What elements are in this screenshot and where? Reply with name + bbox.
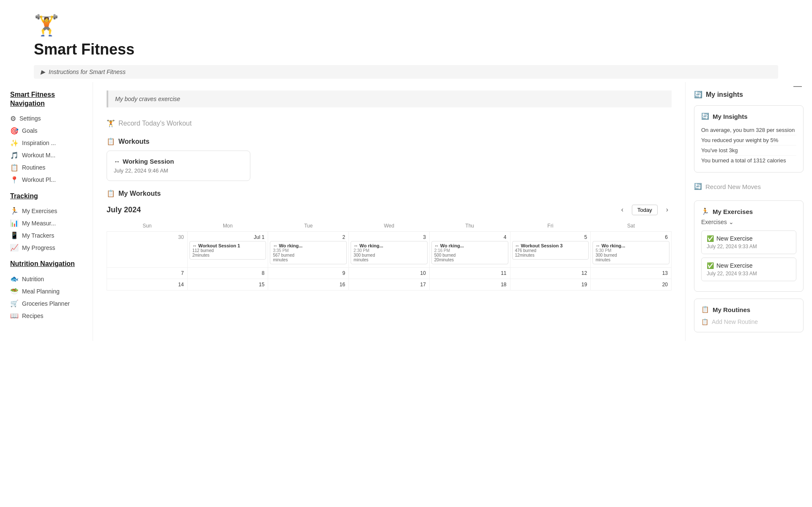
exercise-item-title: ✅New Exercise	[707, 235, 791, 242]
main-content: My body craves exercise 🏋 Record Today's…	[93, 82, 685, 341]
workouts-section-title: 📋 Workouts	[107, 137, 672, 145]
calendar-day-header-fri: Fri	[510, 220, 591, 232]
record-workout-button[interactable]: 🏋 Record Today's Workout	[107, 116, 672, 131]
calendar-cell[interactable]: 17	[349, 279, 430, 290]
instructions-bar[interactable]: ▶ Instructions for Smart Fitness	[34, 65, 778, 79]
sidebar-item-my-trackers[interactable]: 📱My Trackers	[10, 229, 82, 241]
workout-event[interactable]: ↔ Workout Session 1112 burned2minutes	[189, 241, 266, 260]
calendar-header: July 2024 ‹ Today ›	[107, 204, 672, 215]
sidebar-item-groceries-planner[interactable]: 🛒Groceries Planner	[10, 297, 82, 310]
day-number: 9	[270, 269, 347, 277]
exercise-item[interactable]: ✅New ExerciseJuly 22, 2024 9:33 AM	[701, 258, 796, 281]
workout-event[interactable]: ↔ Wo rking...2:30 PM300 burnedminutes	[351, 241, 428, 264]
calendar-cell[interactable]: 20	[591, 279, 672, 290]
sidebar-item-workout-pl...[interactable]: 📍Workout Pl...	[10, 174, 82, 186]
record-moves-button[interactable]: 🔄 Record New Moves	[694, 179, 804, 194]
sidebar-item-label: Meal Planning	[22, 288, 60, 295]
calendar-cell[interactable]: Jul 1↔ Workout Session 1112 burned2minut…	[187, 232, 268, 268]
workout-event[interactable]: ↔ Wo rking...5:30 PM300 burnedminutes	[593, 241, 669, 264]
calendar-cell[interactable]: 16	[268, 279, 349, 290]
calendar-cell[interactable]: 13	[591, 268, 672, 279]
calendar-next-button[interactable]: ›	[663, 204, 672, 215]
workout-event[interactable]: ↔ Wo rking...3:35 PM567 burnedminutes	[270, 241, 347, 264]
insights-header: 🔄 My insights	[694, 90, 804, 99]
workout-event-duration: minutes	[595, 258, 667, 262]
workout-event-duration: 20minutes	[434, 258, 505, 262]
collapse-button[interactable]: —	[793, 81, 802, 91]
workout-event-title: ↔ Wo rking...	[595, 243, 667, 248]
day-number: 3	[351, 233, 428, 241]
calendar-cell[interactable]: 19	[510, 279, 591, 290]
day-number: Jul 1	[189, 233, 266, 241]
sidebar-item-workout-m...[interactable]: 🎵Workout M...	[10, 149, 82, 162]
exercise-item-title: ✅New Exercise	[707, 262, 791, 269]
workout-event[interactable]: ↔ Workout Session 3476 burned12minutes	[512, 241, 589, 260]
calendar-cell[interactable]: 9	[268, 268, 349, 279]
add-routine-button[interactable]: 📋 Add New Routine	[701, 318, 796, 325]
calendar-cell[interactable]: 3↔ Wo rking...2:30 PM300 burnedminutes	[349, 232, 430, 268]
calendar-today-button[interactable]: Today	[632, 205, 658, 215]
sidebar-item-routines[interactable]: 📋Routines	[10, 162, 82, 174]
dumbbell-icon: 🏋	[107, 119, 115, 127]
calendar-cell[interactable]: 6↔ Wo rking...5:30 PM300 burnedminutes	[591, 232, 672, 268]
record-workout-label: Record Today's Workout	[118, 120, 192, 127]
exercise-item[interactable]: ✅New ExerciseJuly 22, 2024 9:33 AM	[701, 230, 796, 254]
calendar-cell[interactable]: 11	[429, 268, 510, 279]
calendar-cell[interactable]: 12	[510, 268, 591, 279]
calendar-prev-button[interactable]: ‹	[618, 204, 627, 215]
sidebar-item-my-progress[interactable]: 📈My Progress	[10, 241, 82, 254]
calendar-cell[interactable]: 7	[107, 268, 188, 279]
calendar-cell[interactable]: 10	[349, 268, 430, 279]
sidebar-item-inspiration-...[interactable]: ✨Inspiration ...	[10, 137, 82, 149]
instructions-label: Instructions for Smart Fitness	[49, 69, 126, 75]
day-number: 20	[593, 281, 669, 288]
calendar-cell[interactable]: 14	[107, 279, 188, 290]
calendar-cell[interactable]: 8	[187, 268, 268, 279]
session-card-date: July 22, 2024 9:46 AM	[114, 167, 243, 174]
calendar-cell[interactable]: 2↔ Wo rking...3:35 PM567 burnedminutes	[268, 232, 349, 268]
day-number: 8	[189, 269, 266, 277]
sidebar-icon: 📍	[10, 176, 19, 184]
sidebar-icon: 📈	[10, 244, 19, 252]
sidebar-item-nutrition[interactable]: 🐟Nutrition	[10, 273, 82, 285]
app-logo: 🏋	[34, 14, 778, 37]
sidebar: Smart Fitness Navigation ⚙Settings🎯Goals…	[0, 82, 93, 341]
sidebar-item-meal-planning[interactable]: 🥗Meal Planning	[10, 285, 82, 297]
workout-event-stats: 300 burned	[354, 253, 425, 258]
motivational-banner: My body craves exercise	[107, 90, 672, 107]
sidebar-item-label: My Trackers	[22, 232, 54, 239]
calendar-day-header-mon: Mon	[187, 220, 268, 232]
sidebar-item-my-exercises[interactable]: 🏃My Exercises	[10, 205, 82, 217]
day-number: 19	[512, 281, 589, 288]
exercises-subtitle[interactable]: Exercises ⌄	[701, 219, 796, 225]
sidebar-item-my-measur...[interactable]: 📊My Measur...	[10, 217, 82, 229]
insights-card: 🔄 My Insights On average, you burn 328 p…	[694, 105, 804, 173]
sidebar-item-recipes[interactable]: 📖Recipes	[10, 310, 82, 322]
calendar-cell[interactable]: 15	[187, 279, 268, 290]
session-card[interactable]: ↔ Working Session July 22, 2024 9:46 AM	[107, 151, 250, 181]
calendar-cell[interactable]: 18	[429, 279, 510, 290]
day-number: 16	[270, 281, 347, 288]
insight-item: You burned a total of 1312 calories	[701, 156, 796, 165]
workout-event-duration: minutes	[354, 258, 425, 262]
calendar-day-header-sat: Sat	[591, 220, 672, 232]
sidebar-item-goals[interactable]: 🎯Goals	[10, 125, 82, 137]
sidebar-icon: 🏃	[10, 207, 19, 215]
sidebar-item-settings[interactable]: ⚙Settings	[10, 112, 82, 125]
day-number: 17	[351, 281, 428, 288]
calendar-cell[interactable]: 5↔ Workout Session 3476 burned12minutes	[510, 232, 591, 268]
tracking-section-title: Tracking	[10, 192, 82, 201]
calendar-cell[interactable]: 30	[107, 232, 188, 268]
sidebar-item-label: My Progress	[22, 244, 55, 251]
workout-event-stats: 476 burned	[515, 248, 586, 253]
calendar-cell[interactable]: 4↔ Wo rking...2:16 PM500 burned20minutes	[429, 232, 510, 268]
insights-header-icon: 🔄	[694, 90, 702, 99]
check-icon: ✅	[707, 262, 714, 269]
insights-icon: 🔄	[701, 112, 709, 120]
exercises-card: 🏃 My Exercises Exercises ⌄ ✅New Exercise…	[694, 200, 804, 292]
exercise-item-date: July 22, 2024 9:33 AM	[707, 244, 791, 249]
workout-event-time: 2:16 PM	[434, 248, 505, 253]
sidebar-item-label: Workout Pl...	[22, 176, 56, 183]
day-number: 30	[109, 233, 186, 241]
workout-event[interactable]: ↔ Wo rking...2:16 PM500 burned20minutes	[431, 241, 508, 264]
